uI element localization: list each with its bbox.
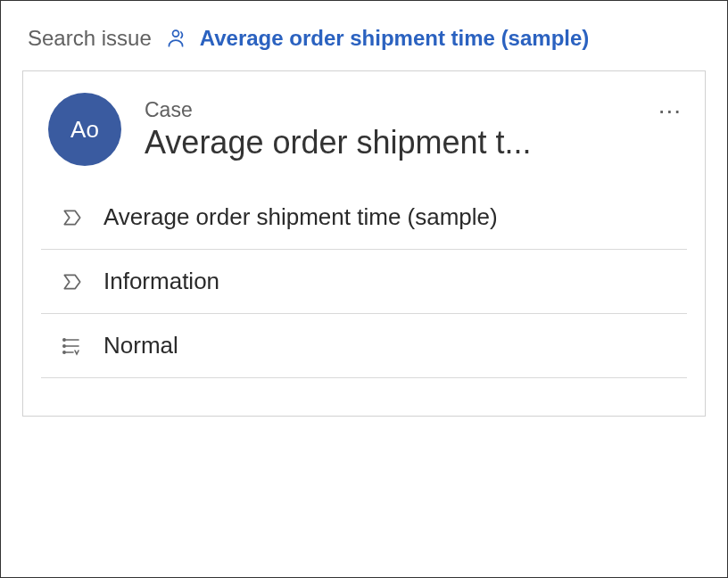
breadcrumb-current[interactable]: Average order shipment time (sample) xyxy=(200,26,590,51)
detail-row-title[interactable]: Average order shipment time (sample) xyxy=(41,186,687,250)
case-card: Ao Case Average order shipment t... ... … xyxy=(22,70,706,417)
svg-point-2 xyxy=(63,338,65,340)
card-padding xyxy=(23,378,705,416)
panel-container: Search issue Average order shipment time… xyxy=(0,0,728,578)
settings-sliders-icon xyxy=(61,335,103,357)
svg-point-0 xyxy=(172,30,178,37)
customer-icon xyxy=(164,27,187,50)
detail-row-priority[interactable]: Normal xyxy=(41,314,687,378)
detail-value: Average order shipment time (sample) xyxy=(103,203,498,231)
detail-row-form[interactable]: Information xyxy=(41,250,687,314)
breadcrumb: Search issue Average order shipment time… xyxy=(22,26,706,51)
chevron-tag-icon xyxy=(61,270,103,293)
chevron-tag-icon xyxy=(61,206,103,229)
entity-type-label: Case xyxy=(145,98,687,122)
detail-value: Normal xyxy=(103,332,178,359)
breadcrumb-root[interactable]: Search issue xyxy=(28,26,152,51)
detail-value: Information xyxy=(103,268,219,295)
avatar: Ao xyxy=(48,93,121,166)
svg-point-6 xyxy=(63,351,65,352)
more-actions-button[interactable]: ... xyxy=(653,89,687,121)
svg-point-4 xyxy=(63,344,65,346)
header-text: Case Average order shipment t... xyxy=(145,98,687,161)
entity-title: Average order shipment t... xyxy=(145,124,687,161)
card-header: Ao Case Average order shipment t... ... xyxy=(23,93,705,186)
